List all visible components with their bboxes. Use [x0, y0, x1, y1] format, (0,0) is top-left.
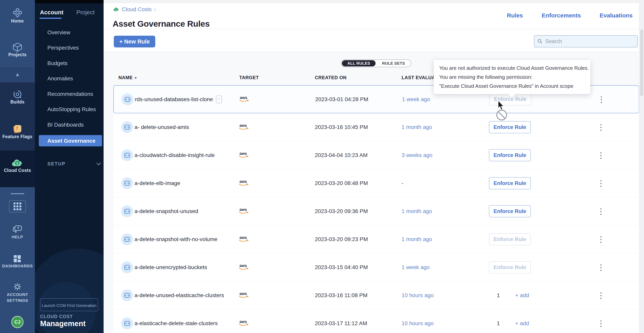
rule-name[interactable]: rds-unused-databases-list-clone — [135, 96, 213, 103]
rule-name[interactable]: a-elasticache-delete-stale-clusters — [134, 320, 218, 326]
kebab-menu[interactable]: ⋮ — [596, 235, 605, 243]
nav-link-evaluations[interactable]: Evaluations — [600, 12, 633, 19]
enforce-rule-button[interactable]: Enforce Rule — [489, 261, 531, 273]
table-row[interactable]: a-cloudwatch-disable-insight-rule aws 20… — [113, 141, 639, 169]
sidebar-item-autostopping-rules[interactable]: AutoStopping Rules — [48, 106, 96, 113]
enforce-rule-button[interactable]: Enforce Rule — [489, 121, 531, 133]
rule-name-cell[interactable]: rds-unused-databases-list-clone — [135, 96, 222, 103]
nav-help[interactable]: ? HELP — [0, 225, 35, 240]
nav-dashboards[interactable]: DASHBOARDS — [0, 254, 35, 269]
scrollbar-track[interactable] — [639, 0, 644, 333]
sidebar-item-asset-governance[interactable]: Asset Governance — [48, 138, 96, 144]
sidebar-item-anomalies[interactable]: Anomalies — [48, 76, 73, 82]
rule-name-cell[interactable]: a-delete-unencrypted-buckets — [134, 264, 207, 270]
enforce-rule-button[interactable]: Enforce Rule — [489, 233, 531, 245]
kebab-menu[interactable]: ⋮ — [596, 319, 605, 327]
nav-home[interactable]: Home — [0, 8, 35, 24]
nav-feature-flags-label: Feature Flags — [0, 134, 35, 139]
table-row[interactable]: a-delete-unencrypted-buckets aws 2023-03… — [113, 253, 639, 281]
rule-type-icon — [121, 205, 133, 217]
rule-name-cell[interactable]: a-delete-unused-elasticache-clusters — [134, 292, 224, 298]
rule-name-cell[interactable]: a-cloudwatch-disable-insight-rule — [134, 152, 214, 158]
table-row[interactable]: a- delete-unused-amis aws 2023-03-16 10:… — [113, 113, 639, 141]
rule-name[interactable]: a-delete-unencrypted-buckets — [134, 264, 207, 270]
kebab-menu[interactable]: ⋮ — [597, 96, 606, 103]
last-evaluation-link[interactable]: 1 month ago — [402, 236, 432, 242]
rule-type-icon — [121, 289, 133, 301]
add-enforcement-link[interactable]: + add — [515, 292, 529, 298]
table-row[interactable]: a-elasticache-delete-stale-clusters aws … — [113, 309, 639, 333]
last-evaluation-link[interactable]: - — [402, 180, 403, 186]
kebab-menu[interactable]: ⋮ — [596, 179, 605, 187]
created-on-value: 2023-03-17 11:12 AM — [315, 320, 367, 326]
created-on-value: 2023-04-04 10:23 AM — [315, 152, 368, 158]
sidebar-item-budgets[interactable]: Budgets — [48, 60, 68, 67]
breadcrumb-cloud-costs-link[interactable]: Cloud Costs — [122, 6, 152, 13]
nav-link-enforcements[interactable]: Enforcements — [542, 12, 581, 19]
toggle-all-rules[interactable]: ALL RULES — [342, 60, 376, 67]
rule-name-cell[interactable]: a-delete-snapshot-with-no-volume — [134, 236, 217, 242]
created-on-value: 2023-03-15 04:40 PM — [315, 264, 368, 270]
nav-account-settings[interactable]: ACCOUNT SETTINGS — [0, 282, 35, 303]
last-evaluation-link[interactable]: 1 month ago — [402, 208, 432, 214]
sidebar-item-recommendations[interactable]: Recommendations — [48, 91, 93, 97]
rule-name[interactable]: a-delete-elb-image — [134, 180, 180, 186]
nav-feature-flags[interactable]: Feature Flags — [0, 124, 35, 139]
copy-icon[interactable] — [216, 96, 222, 103]
search-input[interactable] — [545, 38, 634, 45]
nav-cloud-costs[interactable]: $ Cloud Costs — [0, 158, 35, 173]
rule-name-cell[interactable]: a- delete-unused-amis — [134, 124, 189, 130]
enforce-rule-button[interactable]: Enforce Rule — [489, 177, 531, 189]
enforce-rule-button[interactable]: Enforce Rule — [489, 149, 531, 161]
sidebar-item-perspectives[interactable]: Perspectives — [48, 45, 79, 51]
harness-logo-icon — [12, 8, 23, 19]
rule-name-cell[interactable]: a-delete-elb-image — [134, 180, 180, 186]
new-rule-button[interactable]: + New Rule — [114, 36, 155, 48]
last-evaluation-link[interactable]: 1 week ago — [402, 96, 430, 103]
table-row[interactable]: a-delete-snapshot-unused aws 2023-03-20 … — [113, 197, 639, 225]
table-row[interactable]: a-delete-elb-image aws 2023-03-20 08:48 … — [113, 169, 639, 197]
nav-link-rules[interactable]: Rules — [507, 12, 523, 19]
sidebar-setup-toggle[interactable]: SETUP — [48, 161, 98, 167]
rule-name[interactable]: a-delete-snapshot-with-no-volume — [134, 236, 217, 242]
tab-account[interactable]: Account — [40, 9, 64, 16]
last-evaluation-link[interactable]: 10 hours ago — [402, 320, 434, 326]
rule-name[interactable]: a-cloudwatch-disable-insight-rule — [134, 152, 214, 158]
builds-icon — [12, 89, 22, 99]
enforce-rule-button[interactable]: Enforce Rule — [489, 205, 531, 217]
rule-name[interactable]: a- delete-unused-amis — [134, 124, 189, 130]
table-row[interactable]: a-delete-snapshot-with-no-volume aws 202… — [113, 225, 639, 253]
last-evaluation-link[interactable]: 3 weeks ago — [402, 152, 432, 158]
tab-project[interactable]: Project — [76, 9, 94, 16]
rule-name[interactable]: a-delete-snapshot-unused — [134, 208, 198, 214]
toggle-rule-sets[interactable]: RULE SETS — [376, 60, 411, 67]
table-row[interactable]: a-delete-unused-elasticache-clusters aws… — [113, 281, 639, 309]
avatar-initials: CJ — [14, 319, 20, 325]
module-picker-button[interactable] — [9, 200, 26, 212]
launch-ccm-first-gen-button[interactable]: Launch CCM First Generation — [40, 298, 98, 311]
last-evaluation-link[interactable]: 1 week ago — [402, 264, 430, 270]
kebab-menu[interactable]: ⋮ — [596, 123, 605, 131]
kebab-menu[interactable]: ⋮ — [596, 151, 605, 159]
user-avatar[interactable]: CJ — [11, 316, 24, 328]
module-eyebrow: CLOUD COST — [40, 314, 73, 319]
column-header-name[interactable]: NAME▾ — [118, 75, 137, 80]
rule-type-icon — [121, 317, 133, 329]
kebab-menu[interactable]: ⋮ — [596, 291, 605, 299]
last-evaluation-link[interactable]: 10 hours ago — [402, 292, 434, 298]
rule-name-cell[interactable]: a-elasticache-delete-stale-clusters — [134, 320, 218, 326]
kebab-menu[interactable]: ⋮ — [596, 207, 605, 215]
scrollbar-thumb[interactable] — [640, 30, 643, 96]
nav-builds[interactable]: Builds — [0, 89, 35, 105]
rule-name[interactable]: a-delete-unused-elasticache-clusters — [134, 292, 224, 298]
last-evaluation-link[interactable]: 1 month ago — [402, 124, 432, 130]
header-divider — [104, 29, 644, 29]
rail-collapse-chevron-icon[interactable]: ▲ — [0, 71, 35, 77]
sidebar-item-bi-dashboards[interactable]: BI Dashboards — [48, 122, 84, 128]
rule-name-cell[interactable]: a-delete-snapshot-unused — [134, 208, 198, 214]
kebab-menu[interactable]: ⋮ — [596, 263, 605, 271]
add-enforcement-link[interactable]: + add — [515, 320, 529, 326]
sidebar-item-overview[interactable]: Overview — [48, 30, 70, 36]
nav-projects[interactable]: Projects — [0, 42, 35, 58]
gear-icon — [12, 282, 22, 292]
